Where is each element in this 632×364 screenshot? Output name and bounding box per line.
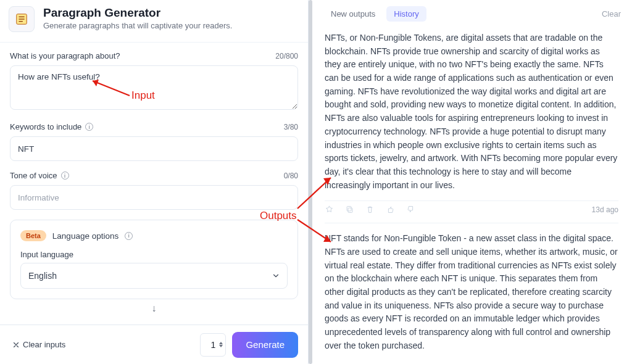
delete-icon[interactable] (365, 205, 375, 214)
clear-outputs-button[interactable]: Clear (602, 9, 621, 19)
topic-counter: 20/800 (275, 52, 298, 60)
tone-counter: 0/80 (284, 172, 298, 180)
output-actions-bar: 13d ago (325, 201, 618, 223)
thumbs-up-icon[interactable] (386, 205, 395, 214)
field-topic: What is your paragraph about? 20/800 (10, 51, 298, 112)
topic-label: What is your paragraph about? (10, 51, 120, 60)
quantity-value: 1 (211, 340, 216, 350)
generate-button[interactable]: Generate (232, 332, 298, 358)
field-keywords: Keywords to include i 3/80 (10, 122, 298, 161)
stepper-down-icon[interactable] (219, 345, 223, 347)
page-subtitle: Generate paragraphs that will captivate … (43, 21, 232, 30)
svg-rect-5 (347, 207, 351, 212)
input-language-value: English (28, 271, 57, 281)
keywords-label: Keywords to include (10, 122, 81, 131)
clear-inputs-button[interactable]: Clear inputs (10, 336, 68, 353)
stepper-up-icon[interactable] (219, 342, 223, 344)
tone-input[interactable] (10, 185, 298, 210)
language-options-title: Language options (52, 231, 118, 241)
field-tone: Tone of voice i 0/80 (10, 171, 298, 210)
thumbs-down-icon[interactable] (406, 205, 415, 214)
form-area: What is your paragraph about? 20/800 Key… (0, 43, 308, 325)
right-pane: New outputs History Clear NFTs, or Non-F… (309, 0, 632, 364)
output-tabs: New outputs History Clear (309, 0, 632, 28)
chevron-down-icon (272, 271, 280, 280)
close-icon (12, 341, 20, 349)
left-pane: Paragraph Generator Generate paragraphs … (0, 0, 309, 364)
input-language-select[interactable]: English (20, 263, 288, 289)
footer-bar: Clear inputs 1 Generate (0, 325, 308, 364)
scrollbar[interactable] (309, 0, 312, 364)
help-icon[interactable]: i (125, 232, 133, 240)
tab-new-outputs[interactable]: New outputs (323, 6, 383, 22)
help-icon[interactable]: i (85, 123, 93, 131)
copy-icon[interactable] (345, 205, 354, 214)
keywords-counter: 3/80 (284, 123, 298, 131)
tab-history[interactable]: History (386, 6, 426, 22)
paragraph-icon (15, 12, 28, 26)
star-icon[interactable] (325, 205, 334, 214)
tone-label: Tone of voice (10, 171, 57, 180)
tool-header: Paragraph Generator Generate paragraphs … (0, 0, 308, 43)
language-options-card: Beta Language options i Input language E… (10, 220, 298, 299)
topic-input[interactable] (10, 65, 298, 110)
help-icon[interactable]: i (61, 172, 69, 180)
scroll-down-indicator: ↓ (10, 299, 298, 314)
beta-badge: Beta (20, 230, 46, 241)
output-timestamp: 13d ago (592, 205, 618, 214)
tool-icon-box (9, 6, 35, 32)
page-title: Paragraph Generator (43, 6, 232, 20)
outputs-list[interactable]: NFTs, or Non-Fungible Tokens, are digita… (309, 28, 632, 364)
svg-rect-4 (348, 208, 352, 213)
input-language-label: Input language (20, 250, 73, 259)
keywords-input[interactable] (10, 136, 298, 161)
clear-inputs-label: Clear inputs (23, 340, 65, 349)
quantity-stepper[interactable]: 1 (200, 333, 226, 357)
output-item: NFT stands for Non-Fungible Token - a ne… (325, 223, 618, 361)
output-item: NFTs, or Non-Fungible Tokens, are digita… (325, 28, 618, 201)
